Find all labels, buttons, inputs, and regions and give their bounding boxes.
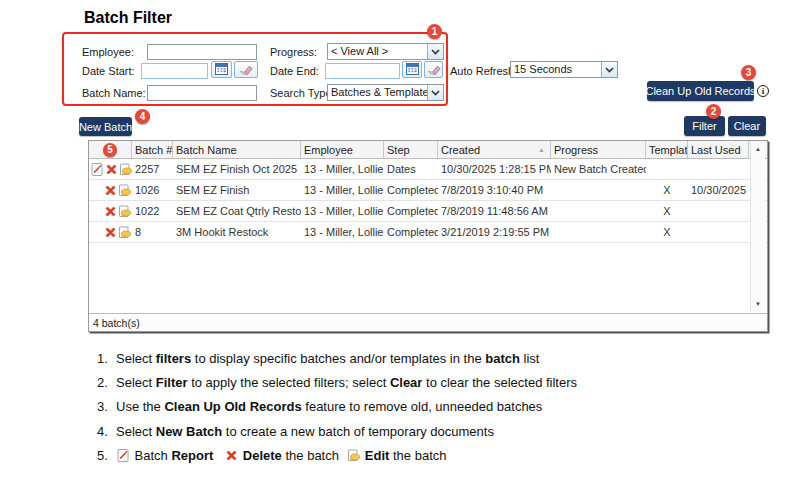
column-header-created[interactable]: Created▲ [438, 141, 551, 158]
instruction-text: New Batch [156, 424, 222, 439]
delete-icon[interactable] [104, 184, 117, 197]
batch-name-input[interactable] [147, 85, 257, 101]
cell-batch-name: 3M Hookit Restock [173, 226, 301, 238]
employee-input[interactable] [147, 44, 257, 60]
column-header-label: Last Used [691, 144, 741, 156]
instruction-number: 5. [97, 448, 116, 463]
cell-batch-name: SEM EZ Finish [173, 184, 301, 196]
page-title: Batch Filter [84, 9, 172, 27]
edit-icon [347, 449, 360, 465]
progress-selected-value: < View All > [328, 44, 427, 59]
edit-icon[interactable] [119, 163, 132, 176]
instruction-text: to clear the selected filters [422, 375, 577, 390]
column-header-label: Progress [554, 144, 598, 156]
column-header-employee[interactable]: Employee [301, 141, 384, 158]
cell-last-used: 10/30/2025 [688, 184, 749, 196]
batch-name-label: Batch Name: [82, 87, 146, 99]
cell-step: Completed [384, 184, 438, 196]
annotation-badge-1: 1 [427, 24, 442, 39]
empty-icon-slot [91, 184, 103, 197]
column-header-last-used[interactable]: Last Used [688, 141, 749, 158]
instruction-text: feature to remove old, unneeded batches [302, 399, 543, 414]
cell-batch-no: 8 [132, 226, 173, 238]
cell-batch-no: 2257 [132, 163, 173, 175]
instruction-text: filters [156, 351, 191, 366]
filter-button[interactable]: Filter [684, 116, 725, 136]
instruction-text: to apply the selected filters; select [188, 375, 390, 390]
column-header-step[interactable]: Step [384, 141, 438, 158]
column-header-template[interactable]: Template [646, 141, 688, 158]
cell-employee: 13 - Miller, Lollie [301, 163, 384, 175]
instruction-text: list [520, 351, 540, 366]
cell-employee: 13 - Miller, Lollie [301, 184, 384, 196]
annotation-badge-4: 4 [135, 109, 150, 124]
annotation-badge-5: 5 [103, 143, 117, 157]
table-row: 2257SEM EZ Finish Oct 202513 - Miller, L… [89, 159, 767, 180]
eraser-icon [427, 61, 441, 79]
cell-batch-name: SEM EZ Finish Oct 2025 [173, 163, 301, 175]
instruction-text [213, 448, 224, 463]
batch-table: 5Batch #Batch NameEmployeeStepCreated▲Pr… [88, 140, 768, 332]
edit-icon[interactable] [118, 184, 131, 197]
empty-icon-slot [91, 226, 103, 239]
delete-icon[interactable] [104, 205, 117, 218]
calendar-icon [215, 61, 228, 79]
info-icon[interactable]: i [757, 85, 769, 97]
cell-employee: 13 - Miller, Lollie [301, 205, 384, 217]
column-header-label: Batch # [135, 144, 172, 156]
instruction-text: Select [116, 351, 156, 366]
column-header-label: Batch Name [176, 144, 237, 156]
row-actions-cell [89, 205, 132, 218]
instruction-item-4: 4.Select New Batch to create a new batch… [97, 424, 494, 439]
scroll-up-icon[interactable]: ▲ [751, 146, 765, 152]
instruction-text: the batch [389, 448, 446, 463]
cell-created: 7/8/2019 3:10:40 PM [438, 184, 551, 196]
search-type-select[interactable]: Batches & Templates [327, 84, 444, 101]
table-row: 1026SEM EZ Finish13 - Miller, LollieComp… [89, 180, 767, 201]
cell-template: X [646, 205, 688, 217]
edit-icon[interactable] [118, 205, 131, 218]
delete-icon [225, 449, 238, 465]
instruction-text: batch [485, 351, 520, 366]
column-header-progress[interactable]: Progress [551, 141, 646, 158]
table-scrollbar[interactable]: ▲ ▼ [750, 142, 765, 311]
clean-up-old-records-button[interactable]: Clean Up Old Records [647, 81, 754, 101]
instruction-number: 3. [97, 399, 116, 414]
instruction-number: 1. [97, 351, 116, 366]
date-end-calendar-button[interactable] [402, 61, 422, 78]
sort-ascending-icon: ▲ [538, 146, 547, 153]
instruction-item-1: 1.Select filters to display specific bat… [97, 351, 539, 366]
annotation-badge-2: 2 [706, 104, 721, 119]
column-header-label: Template [649, 144, 688, 156]
row-actions-cell [89, 163, 132, 176]
instruction-item-2: 2.Select Filter to apply the selected fi… [97, 375, 577, 390]
auto-refresh-selected-value: 15 Seconds [511, 62, 601, 77]
date-start-label: Date Start: [82, 65, 135, 77]
auto-refresh-select[interactable]: 15 Seconds [510, 61, 618, 78]
chevron-down-icon [601, 62, 617, 77]
column-header-batch-name[interactable]: Batch Name [173, 141, 301, 158]
date-start-input[interactable] [141, 63, 208, 79]
auto-refresh-label: Auto Refresh: [450, 65, 517, 77]
table-row: 1022SEM EZ Coat Qtrly Restock13 - Miller… [89, 201, 767, 222]
batch-report-icon[interactable] [91, 163, 104, 176]
date-end-input[interactable] [325, 63, 400, 79]
date-start-clear-button[interactable] [234, 61, 258, 78]
column-header-batch[interactable]: Batch # [132, 141, 173, 158]
date-start-calendar-button[interactable] [211, 61, 232, 78]
scroll-down-icon[interactable]: ▼ [751, 301, 765, 307]
date-end-clear-button[interactable] [424, 61, 443, 78]
column-header-label: Step [387, 144, 410, 156]
progress-select[interactable]: < View All > [327, 43, 444, 60]
instruction-text: Edit [365, 448, 390, 463]
delete-icon[interactable] [105, 163, 118, 176]
clear-button[interactable]: Clear [728, 116, 766, 136]
progress-label: Progress: [270, 46, 317, 58]
cell-step: Dates [384, 163, 438, 175]
instruction-text: Select [116, 375, 156, 390]
column-header-label: Employee [304, 144, 353, 156]
delete-icon[interactable] [104, 226, 117, 239]
edit-icon[interactable] [118, 226, 131, 239]
instruction-text: Clean Up Old Records [164, 399, 301, 414]
new-batch-button[interactable]: New Batch [79, 117, 132, 136]
